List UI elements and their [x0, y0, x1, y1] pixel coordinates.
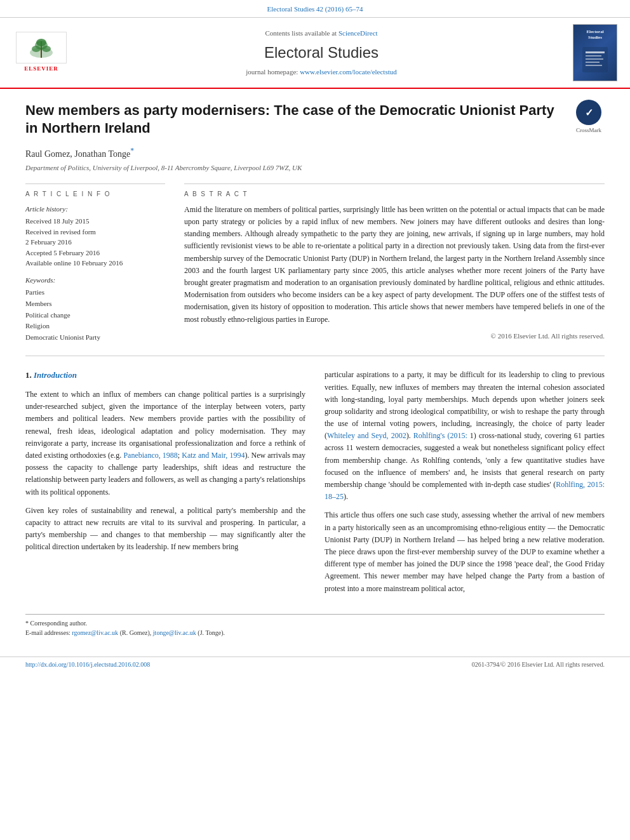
- abstract-column: A B S T R A C T Amid the literature on m…: [184, 183, 605, 343]
- keyword-members: Members: [25, 298, 165, 310]
- section-title-text: Introduction: [34, 370, 77, 380]
- intro-section-title: 1. Introduction: [25, 369, 305, 382]
- body-left-column: 1. Introduction The extent to which an i…: [25, 369, 305, 601]
- affiliation: Department of Politics, University of Li…: [25, 163, 605, 173]
- keyword-religion: Religion: [25, 321, 165, 332]
- bottom-bar: http://dx.doi.org/10.1016/j.electstud.20…: [0, 657, 630, 672]
- svg-rect-7: [586, 51, 605, 53]
- abstract-heading: A B S T R A C T: [184, 189, 605, 199]
- available-date: Available online 10 February 2016: [25, 258, 165, 269]
- keyword-political-change: Political change: [25, 310, 165, 321]
- received-revised-label: Received in revised form: [25, 227, 165, 237]
- journal-homepage: journal homepage: www.elsevier.com/locat…: [83, 67, 560, 77]
- crossmark-badge[interactable]: ✓ CrossMark: [573, 102, 605, 133]
- leadership-text: leadership: [509, 370, 540, 379]
- corresponding-author: * Corresponding author.: [25, 618, 605, 628]
- cover-title: ElectoralStudies: [586, 29, 603, 40]
- elsevier-label: ELSEVIER: [24, 65, 58, 74]
- ref-whiteley-seyd: Whiteley and Seyd, 2002: [327, 431, 406, 440]
- authors: Raul Gomez, Jonathan Tonge*: [25, 145, 605, 161]
- keyword-parties: Parties: [25, 287, 165, 298]
- keywords-label: Keywords:: [25, 275, 165, 286]
- svg-point-3: [32, 46, 41, 52]
- citation-text: Electoral Studies 42 (2016) 65–74: [267, 5, 363, 13]
- svg-text:✓: ✓: [585, 107, 593, 118]
- received-date: Received 18 July 2015: [25, 216, 165, 227]
- article-info-box: A R T I C L E I N F O Article history: R…: [25, 183, 165, 343]
- copyright: © 2016 Elsevier Ltd. All rights reserved…: [184, 331, 605, 342]
- body-right-column: particular aspirations to a party, it ma…: [325, 369, 605, 601]
- accepted-date: Accepted 5 February 2016: [25, 248, 165, 258]
- email2-link[interactable]: jtonge@liv.ac.uk: [153, 629, 196, 636]
- intro-paragraph-2: Given key roles of sustainability and re…: [25, 505, 305, 554]
- crossmark-icon: ✓: [576, 100, 601, 125]
- article-info-heading: A R T I C L E I N F O: [25, 189, 165, 199]
- abstract-text: Amid the literature on members of politi…: [184, 204, 605, 326]
- body-columns: 1. Introduction The extent to which an i…: [25, 369, 605, 601]
- svg-rect-11: [586, 65, 602, 66]
- article-container: New members as party modernisers: The ca…: [0, 89, 630, 650]
- keywords-section: Keywords: Parties Members Political chan…: [25, 275, 165, 343]
- issn-text: 0261-3794/© 2016 Elsevier Ltd. All right…: [472, 660, 605, 669]
- ref-rohlfing-2015a: Rohlfing's (2015:: [413, 431, 467, 440]
- article-info-column: A R T I C L E I N F O Article history: R…: [25, 183, 165, 343]
- abstract-section: A B S T R A C T Amid the literature on m…: [184, 183, 605, 341]
- journal-header: ELSEVIER Contents lists available at Sci…: [0, 18, 630, 89]
- sciencedirect-link[interactable]: ScienceDirect: [338, 29, 378, 37]
- svg-rect-8: [586, 55, 601, 57]
- footnote-area: * Corresponding author. E-mail addresses…: [25, 614, 605, 637]
- svg-rect-10: [586, 62, 600, 63]
- article-title: New members as party modernisers: The ca…: [25, 102, 605, 138]
- article-history-label: Article history:: [25, 204, 165, 215]
- svg-rect-9: [586, 58, 603, 60]
- email1-link[interactable]: rgomez@liv.ac.uk: [72, 629, 118, 636]
- journal-center: Contents lists available at ScienceDirec…: [70, 28, 573, 77]
- elsevier-logo-image: [16, 32, 67, 63]
- ref-panebianco: Panebianco, 1988: [123, 451, 177, 460]
- ref-rohlfing-2015b: Rohlfing, 2015: 18–25: [325, 480, 605, 501]
- keyword-dup: Democratic Unionist Party: [25, 332, 165, 343]
- section-number: 1.: [25, 370, 32, 380]
- author-footnote: *: [130, 147, 134, 155]
- elsevier-logo: ELSEVIER: [13, 32, 70, 74]
- contents-line: Contents lists available at ScienceDirec…: [83, 28, 560, 39]
- journal-homepage-link[interactable]: www.elsevier.com/locate/electstud: [300, 68, 397, 76]
- section-divider: [25, 356, 605, 356]
- journal-title: Electoral Studies: [83, 41, 560, 64]
- journal-cover: ElectoralStudies: [573, 24, 617, 81]
- article-info-abstract: A R T I C L E I N F O Article history: R…: [25, 183, 605, 343]
- intro-paragraph-1: The extent to which an influx of members…: [25, 389, 305, 498]
- svg-point-4: [42, 46, 51, 52]
- citation-bar: Electoral Studies 42 (2016) 65–74: [0, 0, 630, 18]
- doi-link[interactable]: http://dx.doi.org/10.1016/j.electstud.20…: [25, 660, 150, 669]
- revised-date: 2 February 2016: [25, 237, 165, 248]
- email-footnote: E-mail addresses: rgomez@liv.ac.uk (R. G…: [25, 628, 605, 637]
- right-paragraph-2: This article thus offers one such case s…: [325, 509, 605, 594]
- right-paragraph-1: particular aspirations to a party, it ma…: [325, 369, 605, 503]
- ref-katz-mair: Katz and Mair, 1994: [182, 451, 245, 460]
- svg-point-5: [36, 39, 46, 46]
- crossmark-label: CrossMark: [576, 126, 601, 135]
